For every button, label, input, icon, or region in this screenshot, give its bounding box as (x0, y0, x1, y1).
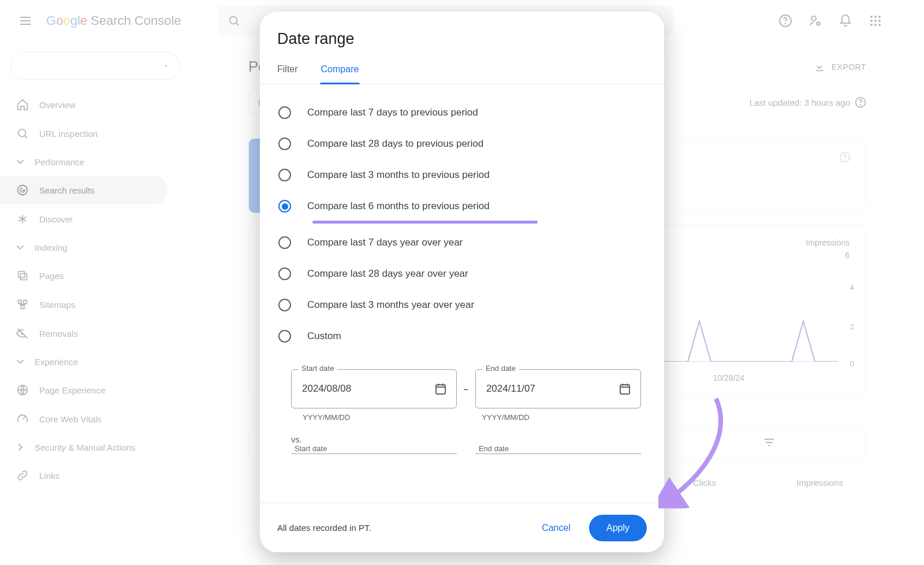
radio-label: Compare last 3 months year over year (307, 299, 474, 311)
compare-option-4[interactable]: Compare last 7 days year over year (266, 227, 658, 258)
chart-legend-label: Impressions (806, 238, 850, 247)
apps-grid-icon[interactable] (862, 7, 889, 35)
sidebar-item-page-experience[interactable]: Page Experience (0, 376, 167, 404)
svg-point-5 (870, 16, 873, 18)
compare-option-5[interactable]: Compare last 28 days year over year (266, 258, 658, 289)
end-date-input[interactable] (475, 369, 641, 408)
svg-point-6 (874, 16, 877, 18)
sidebar-item-label: Search results (39, 185, 95, 195)
search-icon (228, 14, 240, 27)
people-settings-icon[interactable] (802, 7, 829, 35)
radio-label: Compare last 28 days to previous period (307, 138, 483, 150)
export-button[interactable]: EXPORT (813, 61, 866, 73)
chevron-right-icon (14, 441, 27, 454)
compare-option-1[interactable]: Compare last 28 days to previous period (266, 128, 658, 159)
sidebar-section-links[interactable]: Links (0, 461, 167, 490)
filter-icon[interactable] (758, 431, 781, 454)
svg-point-2 (785, 24, 786, 24)
svg-point-25 (845, 159, 845, 160)
svg-point-3 (811, 16, 816, 21)
svg-point-10 (878, 20, 881, 22)
sidebar-item-label: Overview (39, 100, 76, 110)
svg-point-8 (870, 20, 873, 22)
sidebar-section-experience[interactable]: Experience (0, 348, 191, 376)
radio-icon (278, 236, 291, 249)
compare-option-0[interactable]: Compare last 7 days to previous period (266, 97, 658, 128)
svg-rect-18 (18, 300, 22, 304)
svg-rect-26 (436, 385, 445, 394)
compare-option-7[interactable]: Custom (266, 321, 658, 352)
radio-label: Compare last 6 months to previous period (307, 200, 490, 212)
search-icon (16, 127, 29, 140)
end-date-hint: YYYY/MM/DD (482, 413, 529, 422)
compare-option-6[interactable]: Compare last 3 months year over year (266, 289, 658, 321)
speed-icon (16, 412, 29, 425)
sidebar-item-url-inspection[interactable]: URL inspection (0, 119, 167, 148)
g-icon (16, 184, 29, 196)
last-updated: Last updated: 3 hours ago (750, 96, 866, 108)
sidebar-item-core-web-vitals[interactable]: Core Web Vitals (0, 404, 167, 433)
radio-label: Compare last 28 days year over year (307, 268, 468, 280)
svg-point-14 (18, 129, 26, 137)
cancel-button[interactable]: Cancel (529, 516, 583, 540)
chevron-down-icon (14, 155, 27, 168)
svg-rect-16 (20, 273, 27, 280)
menu-icon[interactable] (12, 7, 39, 35)
property-selector[interactable] (10, 52, 180, 80)
sidebar-section-performance[interactable]: Performance (0, 148, 191, 176)
apply-button[interactable]: Apply (589, 515, 647, 541)
sidebar-section-security-manual-actions[interactable]: Security & Manual Actions (0, 433, 191, 461)
radio-icon (278, 200, 291, 213)
svg-point-9 (874, 20, 877, 22)
help-icon[interactable] (839, 151, 851, 163)
radio-icon (278, 169, 291, 181)
sidebar-item-label: Sitemaps (39, 300, 76, 310)
start-date-input-2[interactable] (291, 454, 457, 471)
eye-off-icon (16, 327, 29, 340)
help-icon[interactable] (772, 7, 799, 35)
google-logo: Google Search Console (46, 13, 181, 28)
start-date-input[interactable] (291, 369, 457, 408)
sidebar-item-label: URL inspection (39, 129, 98, 139)
vs-label: vs. (260, 422, 664, 444)
help-icon[interactable] (855, 96, 866, 108)
svg-point-13 (878, 24, 881, 26)
radio-label: Compare last 7 days to previous period (307, 107, 478, 118)
copy-icon (16, 269, 29, 282)
sitemap-icon (16, 298, 29, 311)
radio-icon (278, 330, 291, 343)
end-date-input-2[interactable] (475, 454, 641, 471)
table-col-impressions[interactable]: Impressions (739, 478, 866, 488)
tab-filter[interactable]: Filter (277, 56, 298, 84)
svg-point-12 (874, 24, 877, 26)
svg-rect-17 (18, 272, 25, 278)
end-date-label: End date (482, 364, 519, 373)
calendar-icon[interactable] (618, 382, 632, 396)
sidebar-item-search-results[interactable]: Search results (0, 176, 167, 205)
start-date-label: Start date (298, 364, 337, 373)
compare-option-2[interactable]: Compare last 3 months to previous period (266, 159, 658, 191)
tab-compare[interactable]: Compare (321, 56, 359, 84)
sidebar-item-overview[interactable]: Overview (0, 90, 167, 119)
chevron-down-icon (14, 355, 27, 368)
svg-rect-27 (620, 385, 629, 394)
svg-rect-19 (24, 300, 27, 304)
notifications-icon[interactable] (832, 7, 859, 35)
compare-option-3[interactable]: Compare last 6 months to previous period (266, 191, 658, 222)
sidebar-section-indexing[interactable]: Indexing (0, 233, 191, 261)
asterisk-icon (16, 213, 29, 225)
sidebar-item-sitemaps[interactable]: Sitemaps (0, 290, 167, 319)
end-date-label-2: End date (476, 444, 511, 453)
sidebar-item-removals[interactable]: Removals (0, 319, 167, 348)
svg-point-23 (860, 105, 861, 105)
sidebar-item-discover[interactable]: Discover (0, 205, 167, 233)
svg-point-4 (817, 23, 820, 25)
svg-point-11 (870, 24, 873, 26)
radio-label: Compare last 3 months to previous period (307, 169, 490, 181)
link-icon (16, 469, 29, 482)
sidebar-item-label: Core Web Vitals (39, 414, 102, 424)
sidebar-item-pages[interactable]: Pages (0, 261, 167, 290)
radio-label: Compare last 7 days year over year (307, 237, 463, 248)
sidebar-item-label: Page Experience (39, 385, 105, 395)
calendar-icon[interactable] (434, 382, 448, 396)
